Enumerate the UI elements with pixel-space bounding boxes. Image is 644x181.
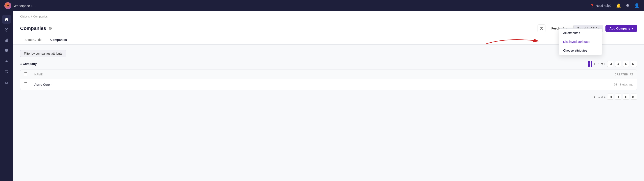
app-layout: Objects / Companies Companies ⚙ — [0, 11, 644, 181]
help-label: Need help? — [596, 4, 611, 7]
settings-gear-icon[interactable]: ⚙ — [48, 26, 52, 31]
sidebar-item-dashboard[interactable] — [2, 25, 11, 34]
export-dropdown-menu: All attributesDisplayed attributesChoose… — [558, 28, 602, 55]
sidebar-item-broadcast[interactable] — [2, 57, 11, 66]
select-all-checkbox[interactable] — [24, 72, 28, 76]
svg-rect-3 — [6, 39, 7, 42]
content-area: Filter by companies attribute 1 Company … — [13, 45, 644, 108]
tab-setup-guide[interactable]: Setup Guide — [20, 36, 46, 44]
sidebar-item-messages[interactable] — [2, 46, 11, 55]
table-header-row: NAME CREATED_AT — [20, 70, 637, 79]
add-company-chevron-icon: ▾ — [632, 27, 633, 30]
cube-icon-button[interactable] — [538, 24, 546, 32]
breadcrumb: Objects / Companies — [13, 11, 644, 20]
dropdown-item-choose[interactable]: Choose attributes — [559, 46, 602, 55]
svg-rect-2 — [5, 40, 6, 42]
page-header: Companies ⚙ Feedback ▾ Ex — [13, 20, 644, 45]
grid-view-icon[interactable] — [588, 61, 592, 67]
svg-point-5 — [6, 61, 7, 62]
pagination-first-button[interactable]: |◀ — [607, 61, 613, 67]
tab-companies-label: Companies — [50, 38, 67, 41]
filter-button[interactable]: Filter by companies attribute — [20, 50, 66, 57]
table-row: Acme Corp › 24 minutes ago — [20, 79, 637, 90]
svg-point-1 — [6, 29, 7, 30]
pagination-info: 1 – 1 of 1 — [594, 62, 606, 66]
company-name-link[interactable]: Acme Corp › — [34, 83, 317, 86]
help-link[interactable]: ❓ Need help? — [590, 4, 611, 8]
results-bar: 1 Company 1 – 1 of 1 |◀ ◀ ▶ ▶| — [20, 61, 637, 67]
breadcrumb-objects[interactable]: Objects — [20, 15, 30, 18]
add-company-label: Add Company — [610, 27, 630, 30]
bottom-pagination-last-button[interactable]: ▶| — [631, 94, 637, 100]
tab-setup-label: Setup Guide — [24, 38, 42, 41]
col-header-name: NAME — [31, 70, 320, 79]
breadcrumb-separator: / — [31, 15, 32, 18]
page-title-text: Companies — [20, 25, 46, 31]
sidebar — [0, 11, 13, 181]
tab-companies[interactable]: Companies — [46, 36, 71, 44]
col-header-created: CREATED_AT — [320, 70, 637, 79]
bottom-pagination-first-button[interactable]: |◀ — [607, 94, 613, 100]
dropdown-item-all[interactable]: All attributes — [559, 29, 602, 37]
workspace-selector[interactable]: Workspace 1 ⌄ — [14, 4, 36, 8]
breadcrumb-current: Companies — [33, 15, 48, 18]
add-company-button[interactable]: Add Company ▾ — [606, 25, 637, 32]
workspace-label: Workspace 1 — [14, 4, 33, 8]
company-created-at: 24 minutes ago — [320, 79, 637, 90]
filter-label: Filter by companies attribute — [24, 52, 62, 55]
dropdown-item-displayed[interactable]: Displayed attributes — [559, 37, 602, 46]
table: NAME CREATED_AT Acme Corp › — [20, 70, 637, 90]
main-content: Objects / Companies Companies ⚙ — [13, 11, 644, 181]
page-title: Companies ⚙ — [20, 25, 52, 31]
bottom-pagination: 1 – 1 of 1 |◀ ◀ ▶ ▶| — [20, 90, 637, 103]
page-title-row: Companies ⚙ Feedback ▾ Ex — [20, 24, 637, 32]
bottom-pagination-prev-button[interactable]: ◀ — [615, 94, 621, 100]
app-logo: ✦ — [4, 2, 12, 9]
sidebar-item-inbox[interactable] — [2, 78, 11, 87]
companies-table: NAME CREATED_AT Acme Corp › — [20, 69, 637, 90]
company-expand-icon: › — [50, 83, 52, 86]
settings-icon[interactable]: ⚙ — [626, 3, 629, 8]
workspace-chevron-icon: ⌄ — [34, 4, 36, 7]
pagination-next-button[interactable]: ▶ — [623, 61, 629, 67]
bottom-pagination-info: 1 – 1 of 1 — [594, 95, 606, 98]
results-count: 1 Company — [20, 62, 36, 66]
bottom-pagination-next-button[interactable]: ▶ — [623, 94, 629, 100]
notifications-icon[interactable]: 🔔 — [616, 3, 621, 8]
help-circle-icon: ❓ — [590, 4, 594, 8]
pagination-prev-button[interactable]: ◀ — [615, 61, 621, 67]
filter-bar: Filter by companies attribute — [20, 50, 637, 57]
user-avatar-icon[interactable]: 👤 — [634, 3, 640, 8]
pagination-last-button[interactable]: ▶| — [631, 61, 637, 67]
sidebar-item-analytics[interactable] — [2, 36, 11, 45]
top-navigation: ✦ Workspace 1 ⌄ ❓ Need help? 🔔 ⚙ 👤 — [0, 0, 644, 11]
sidebar-item-terminal[interactable] — [2, 67, 11, 76]
page-tabs: Setup Guide Companies — [20, 36, 637, 44]
svg-rect-6 — [5, 70, 8, 73]
pagination-controls: 1 – 1 of 1 |◀ ◀ ▶ ▶| — [588, 61, 637, 67]
svg-rect-4 — [8, 39, 8, 42]
sidebar-item-home[interactable] — [2, 15, 11, 24]
row-checkbox[interactable] — [24, 82, 28, 86]
topnav-actions: ❓ Need help? 🔔 ⚙ 👤 — [590, 3, 640, 8]
